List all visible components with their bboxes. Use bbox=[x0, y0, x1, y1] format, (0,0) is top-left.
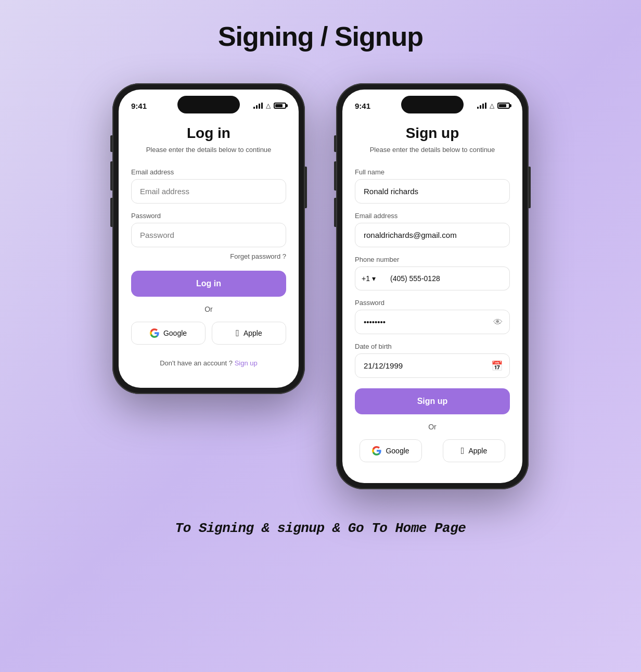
signup-subtitle: Please enter the details below to contin… bbox=[355, 146, 510, 154]
password-label: Password bbox=[131, 212, 286, 220]
google-icon bbox=[372, 446, 381, 455]
bottom-caption: To Signing & signup & Go To Home Page bbox=[175, 521, 466, 536]
phone-prefix[interactable]: +1 ▾ bbox=[355, 267, 382, 290]
signup-apple-label: Apple bbox=[468, 447, 487, 455]
apple-icon:  bbox=[461, 446, 465, 455]
signup-screen: 9:41 △ Sign up Please enter the details … bbox=[342, 90, 522, 483]
signup-time: 9:41 bbox=[355, 102, 370, 110]
calendar-icon[interactable]: 📅 bbox=[491, 360, 503, 372]
login-bottom-link: Don't have an account ? Sign up bbox=[131, 359, 286, 367]
dob-input-wrapper: 📅 bbox=[355, 353, 510, 378]
login-google-label: Google bbox=[163, 329, 187, 337]
dob-label: Date of birth bbox=[355, 343, 510, 350]
signup-dynamic-island bbox=[401, 96, 464, 113]
signup-social-buttons: Google  Apple bbox=[355, 439, 510, 462]
signup-password-label: Password bbox=[355, 299, 510, 307]
login-content: Log in Please enter the details below to… bbox=[119, 115, 299, 388]
fullname-input[interactable] bbox=[355, 179, 510, 204]
battery-icon bbox=[274, 103, 286, 109]
signup-apple-button[interactable]:  Apple bbox=[443, 439, 505, 462]
battery-icon bbox=[497, 103, 510, 109]
login-phone: 9:41 △ Log in Please enter the details b… bbox=[112, 83, 305, 394]
signup-title: Sign up bbox=[355, 125, 510, 142]
login-button[interactable]: Log in bbox=[131, 271, 286, 297]
login-bottom-text: Don't have an account ? bbox=[160, 359, 233, 367]
signup-button[interactable]: Sign up bbox=[355, 388, 510, 414]
phone-prefix-value: +1 bbox=[362, 274, 370, 283]
page-title: Signing / Signup bbox=[218, 21, 423, 52]
login-status-bar: 9:41 △ bbox=[119, 90, 299, 115]
forget-password-link[interactable]: Forget password ? bbox=[131, 252, 286, 260]
wifi-icon: △ bbox=[266, 102, 271, 109]
login-dynamic-island bbox=[177, 96, 240, 113]
phone-input-row: +1 ▾ bbox=[355, 267, 510, 290]
signup-email-label: Email address bbox=[355, 212, 510, 220]
login-or-divider: Or bbox=[131, 305, 286, 313]
signup-link[interactable]: Sign up bbox=[235, 359, 258, 367]
signup-phone: 9:41 △ Sign up Please enter the details … bbox=[336, 83, 529, 489]
signup-or-divider: Or bbox=[355, 423, 510, 431]
signup-status-icons: △ bbox=[477, 102, 510, 109]
login-google-button[interactable]: Google bbox=[131, 322, 206, 345]
login-status-icons: △ bbox=[253, 102, 286, 109]
signal-icon bbox=[253, 103, 263, 109]
login-title: Log in bbox=[131, 125, 286, 142]
apple-icon:  bbox=[236, 328, 239, 338]
password-input-wrapper: 👁︎ bbox=[355, 310, 510, 334]
login-social-buttons: Google  Apple bbox=[131, 322, 286, 345]
chevron-down-icon: ▾ bbox=[372, 274, 376, 283]
signup-google-label: Google bbox=[386, 447, 409, 455]
google-icon bbox=[150, 328, 159, 338]
login-apple-label: Apple bbox=[243, 329, 262, 337]
wifi-icon: △ bbox=[490, 102, 494, 109]
signal-icon bbox=[477, 103, 486, 109]
signup-status-bar: 9:41 △ bbox=[342, 90, 522, 115]
signup-email-input[interactable] bbox=[355, 223, 510, 247]
phone-number-input[interactable] bbox=[382, 267, 510, 290]
email-label: Email address bbox=[131, 168, 286, 176]
phones-container: 9:41 △ Log in Please enter the details b… bbox=[112, 83, 529, 489]
signup-content: Sign up Please enter the details below t… bbox=[342, 115, 522, 483]
login-time: 9:41 bbox=[131, 102, 147, 110]
signup-password-input[interactable] bbox=[355, 310, 510, 334]
login-apple-button[interactable]:  Apple bbox=[212, 322, 286, 345]
login-password-input[interactable] bbox=[131, 223, 286, 247]
login-email-input[interactable] bbox=[131, 179, 286, 204]
phone-label: Phone number bbox=[355, 256, 510, 263]
fullname-label: Full name bbox=[355, 168, 510, 176]
login-screen: 9:41 △ Log in Please enter the details b… bbox=[119, 90, 299, 388]
signup-google-button[interactable]: Google bbox=[360, 439, 422, 462]
dob-input[interactable] bbox=[355, 353, 510, 378]
eye-slash-icon[interactable]: 👁︎ bbox=[493, 316, 503, 327]
login-subtitle: Please enter the details below to contin… bbox=[131, 146, 286, 154]
